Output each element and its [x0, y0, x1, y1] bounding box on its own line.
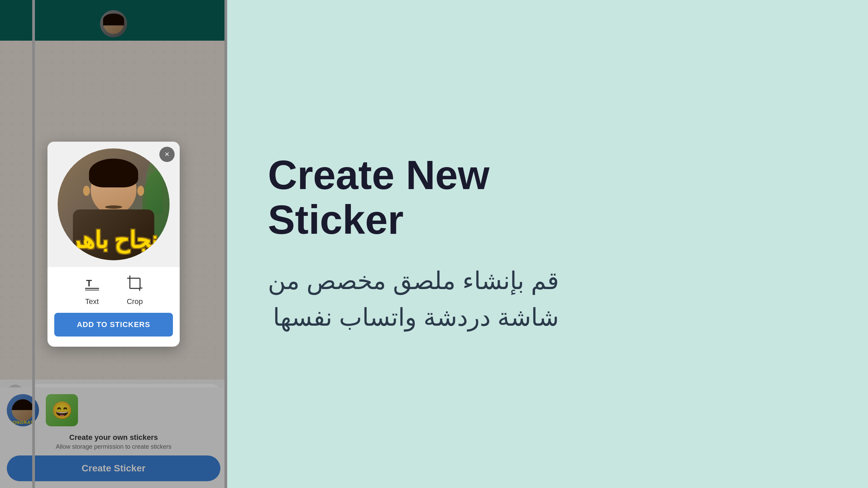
modal-image-area: نجاح باهر [47, 142, 180, 267]
modal-close-button[interactable]: × [159, 147, 175, 162]
arabic-text-sticker: نجاح باهر [58, 227, 170, 253]
arabic-line2: شاشة دردشة واتساب نفسها [268, 299, 559, 336]
text-tool-icon: T [84, 276, 100, 294]
arabic-subtitle: قم بإنشاء ملصق مخصص من شاشة دردشة واتساب… [268, 262, 559, 336]
main-title: Create New Sticker [268, 152, 490, 242]
crop-tool-button[interactable]: Crop [127, 276, 143, 306]
title-line1: Create New [268, 152, 490, 197]
add-to-stickers-button[interactable]: ADD TO STICKERS [54, 313, 173, 337]
crop-tool-icon [127, 276, 142, 294]
svg-rect-3 [130, 278, 140, 288]
phone-mockup: ☺ Message ↩ 🕐 📱 CONGRATS [0, 0, 227, 488]
modal-overlay: × [0, 0, 227, 488]
arabic-line1: قم بإنشاء ملصق مخصص من [268, 262, 559, 299]
info-panel: Create New Sticker قم بإنشاء ملصق مخصص م… [227, 0, 868, 488]
text-tool-button[interactable]: T Text [84, 276, 100, 306]
crop-tool-label: Crop [127, 297, 143, 306]
sticker-preview-circle: نجاح باهر [58, 148, 170, 260]
text-tool-label: Text [85, 297, 99, 306]
modal-tools-row: T Text [47, 267, 180, 313]
sticker-creator-modal: × [47, 142, 180, 347]
svg-text:T: T [86, 278, 92, 288]
title-line2: Sticker [268, 197, 490, 242]
